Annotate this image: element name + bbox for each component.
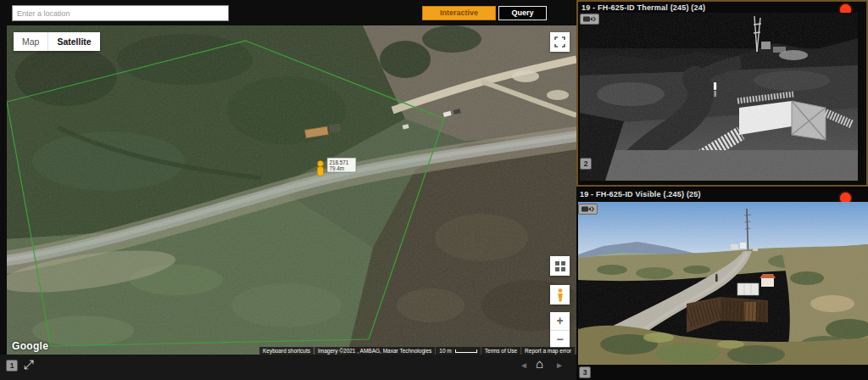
fullscreen-icon xyxy=(554,36,565,48)
street-view-pegman-button[interactable] xyxy=(550,285,570,305)
terms-of-use-link[interactable]: Terms of Use xyxy=(481,347,520,355)
map-attribution-bar: Keyboard shortcuts Imagery ©2021 , AMBAG… xyxy=(259,347,575,355)
thermal-ptz-control-button[interactable] xyxy=(580,14,599,25)
thermal-panel-number-badge: 2 xyxy=(580,158,592,170)
layout-grid-button[interactable] xyxy=(550,256,570,276)
zoom-out-button[interactable]: − xyxy=(550,331,570,349)
grid-icon xyxy=(555,261,565,271)
keyboard-shortcuts-link[interactable]: Keyboard shortcuts xyxy=(259,347,314,355)
satellite-map[interactable]: 218.571 79.4m Map Satellite xyxy=(7,25,576,355)
map-type-satellite-button[interactable]: Satellite xyxy=(48,32,99,51)
map-bottom-toolbar: 1 ⤢ ◄ ⌂ ► xyxy=(0,355,576,380)
map-type-map-button[interactable]: Map xyxy=(14,32,47,51)
map-panel-number-badge: 1 xyxy=(6,360,18,372)
map-scale: 10 m xyxy=(436,347,480,355)
visible-video-frame[interactable] xyxy=(578,202,868,365)
home-icon[interactable]: ⌂ xyxy=(536,356,543,371)
pegman-icon xyxy=(556,288,565,302)
visible-camera-title: 19 - FH-625-ID Visible (.245) (25) xyxy=(580,190,701,198)
svg-text:218.571: 218.571 xyxy=(330,159,349,165)
camera-control-icon xyxy=(583,15,596,23)
scale-bar xyxy=(455,349,477,353)
zoom-control: + − xyxy=(550,312,570,348)
visible-ptz-control-button[interactable] xyxy=(578,204,598,215)
thermal-camera-title: 19 - FH-625-ID Thermal (245) (24) xyxy=(581,3,705,12)
search-input[interactable] xyxy=(12,5,229,21)
thermal-camera-panel[interactable]: 19 - FH-625-ID Thermal (245) (24) xyxy=(576,0,868,187)
zoom-in-button[interactable]: + xyxy=(550,312,570,330)
scale-label: 10 m xyxy=(439,348,451,354)
google-logo: Google xyxy=(12,340,48,352)
query-mode-button[interactable]: Query xyxy=(498,6,547,20)
camera-marker[interactable] xyxy=(317,161,323,176)
visible-camera-panel[interactable]: 19 - FH-625-ID Visible (.245) (25) xyxy=(576,188,868,380)
surveillance-app: Interactive Query xyxy=(0,0,868,380)
map-pane: Interactive Query xyxy=(0,0,576,380)
map-type-control: Map Satellite xyxy=(14,32,100,51)
svg-text:79.4m: 79.4m xyxy=(330,165,345,171)
next-arrow-icon[interactable]: ► xyxy=(555,360,564,370)
camera-control-icon xyxy=(581,205,594,213)
interactive-mode-button[interactable]: Interactive xyxy=(422,6,496,20)
marker-info-label: 218.571 79.4m xyxy=(327,158,356,172)
report-map-error-link[interactable]: Report a map error xyxy=(521,347,575,355)
previous-arrow-icon[interactable]: ◄ xyxy=(520,360,528,370)
visible-panel-number-badge: 3 xyxy=(579,366,591,378)
thermal-video-frame[interactable] xyxy=(580,13,858,181)
imagery-attribution: Imagery ©2021 , AMBAG, Maxar Technologie… xyxy=(314,347,435,355)
fullscreen-button[interactable] xyxy=(550,32,570,52)
camera-pane: 19 - FH-625-ID Thermal (245) (24) xyxy=(576,0,868,380)
expand-panel-icon[interactable]: ⤢ xyxy=(24,357,34,372)
satellite-map-image: 218.571 79.4m xyxy=(7,25,576,355)
